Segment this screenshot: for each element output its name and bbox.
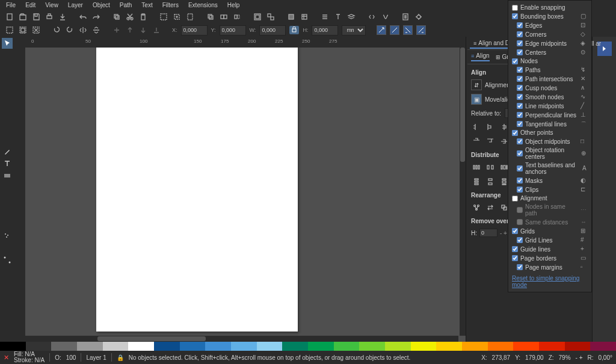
swatch[interactable] xyxy=(231,342,257,351)
swatch[interactable] xyxy=(385,342,411,351)
circle-tool[interactable] xyxy=(2,74,13,85)
spray-tool[interactable] xyxy=(2,230,13,241)
swatch[interactable] xyxy=(205,342,231,351)
swatch[interactable] xyxy=(282,342,308,351)
raise-top-icon[interactable] xyxy=(112,25,122,35)
swatch[interactable] xyxy=(590,342,616,351)
save-icon[interactable] xyxy=(31,12,41,22)
lpe-tool[interactable] xyxy=(2,267,13,277)
swatch[interactable] xyxy=(334,342,360,351)
gradient-tool[interactable] xyxy=(2,170,13,181)
dropper-tool[interactable] xyxy=(2,194,13,205)
snap-cusp[interactable]: Cusp nodes∧ xyxy=(512,84,588,91)
scale-corners-icon[interactable] xyxy=(390,25,399,35)
ruler-horizontal[interactable]: 0 50 100 150 175 200 225 250 275 xyxy=(25,37,466,48)
swatch[interactable] xyxy=(26,342,52,351)
snap-pagemargins[interactable]: Page margins▫ xyxy=(512,264,588,271)
layer-indicator[interactable]: Layer 1 xyxy=(86,354,106,361)
dist-hcenter-icon[interactable] xyxy=(485,162,496,173)
w-input[interactable] xyxy=(259,25,286,35)
raise-icon[interactable] xyxy=(125,25,135,35)
swatch[interactable] xyxy=(359,342,385,351)
scrollbar-horizontal[interactable] xyxy=(25,336,458,342)
rotate-cw-icon[interactable] xyxy=(65,25,75,35)
swatch[interactable] xyxy=(513,342,539,351)
swatch[interactable] xyxy=(565,342,591,351)
snap-perp[interactable]: Perpendicular lines⊥ xyxy=(512,111,588,119)
flip-v-icon[interactable] xyxy=(91,25,101,35)
align-top-out-icon[interactable] xyxy=(471,136,482,147)
snap-nodes[interactable]: Nodes xyxy=(512,58,588,64)
overlap-h-input[interactable] xyxy=(479,229,497,237)
bezier-tool[interactable] xyxy=(2,122,13,133)
swatch[interactable] xyxy=(0,342,26,351)
snap-bounding[interactable]: Bounding boxes▢ xyxy=(512,13,588,20)
text-tool[interactable] xyxy=(2,158,13,169)
redo-icon[interactable] xyxy=(91,12,101,22)
snap-gridlines[interactable]: Grid Lines# xyxy=(512,236,588,244)
swatch[interactable] xyxy=(103,342,129,351)
swatch[interactable] xyxy=(154,342,180,351)
scrollbar-vertical[interactable] xyxy=(460,48,466,336)
align-left-out-icon[interactable] xyxy=(471,122,482,132)
doc-props-icon[interactable] xyxy=(401,12,410,22)
swatch[interactable] xyxy=(539,342,565,351)
swatch[interactable] xyxy=(128,342,154,351)
xml-icon[interactable] xyxy=(367,12,377,22)
ruler-vertical[interactable] xyxy=(14,48,25,342)
new-file-icon[interactable] xyxy=(5,12,14,22)
lock-icon[interactable] xyxy=(289,26,299,34)
swatch[interactable] xyxy=(308,342,334,351)
swatch[interactable] xyxy=(462,342,488,351)
text-tool-icon[interactable] xyxy=(333,12,343,22)
calligraphy-tool[interactable] xyxy=(2,146,13,157)
opacity-value[interactable]: 100 xyxy=(66,354,76,361)
undo-icon[interactable] xyxy=(78,12,88,22)
menu-extensions[interactable]: Extensions xyxy=(187,2,219,8)
scale-stroke-icon[interactable] xyxy=(377,25,386,35)
pencil-tool[interactable] xyxy=(2,134,13,145)
snap-grids[interactable]: Grids⊞ xyxy=(512,227,588,235)
swatch[interactable] xyxy=(77,342,103,351)
snap-masks[interactable]: Masks◐ xyxy=(512,177,588,184)
swatch[interactable] xyxy=(488,342,514,351)
object-props-icon[interactable] xyxy=(300,12,309,22)
menu-path[interactable]: Path xyxy=(119,2,134,8)
align-left-icon[interactable] xyxy=(485,122,496,132)
selector-tool[interactable] xyxy=(2,38,13,49)
subtab-align[interactable]: ≡ Align xyxy=(471,52,490,61)
menu-view[interactable]: View xyxy=(44,2,60,8)
snap-pathint[interactable]: Path intersections✕ xyxy=(512,75,588,82)
ungroup-icon[interactable] xyxy=(266,12,276,22)
snap-linemid[interactable]: Line midpoints╱ xyxy=(512,102,588,110)
menu-text[interactable]: Text xyxy=(140,2,153,8)
snap-textbase[interactable]: Text baselines and anchorsA xyxy=(512,162,588,175)
zoom-tool[interactable] xyxy=(2,279,13,289)
zoom-page-icon[interactable] xyxy=(185,12,195,22)
select-all-icon[interactable] xyxy=(5,25,14,35)
snap-edges[interactable]: Edges⊡ xyxy=(512,22,588,29)
snap-objmid[interactable]: Object midpoints□ xyxy=(512,138,588,145)
snap-pageborders[interactable]: Page borders▭ xyxy=(512,254,588,262)
move-pattern-icon[interactable] xyxy=(416,25,426,35)
move-gradient-icon[interactable] xyxy=(403,25,413,35)
tweak-tool[interactable] xyxy=(2,218,13,229)
snap-paths[interactable]: Paths↯ xyxy=(512,66,588,73)
print-icon[interactable] xyxy=(45,12,54,22)
eraser-tool[interactable] xyxy=(2,242,13,253)
snap-smooth[interactable]: Smooth nodes∿ xyxy=(512,93,588,100)
flip-h-icon[interactable] xyxy=(78,25,88,35)
snap-other[interactable]: Other points xyxy=(512,129,588,136)
group-icon[interactable] xyxy=(253,12,262,22)
rect-tool[interactable] xyxy=(2,62,13,73)
h-input[interactable] xyxy=(312,25,338,35)
snap-guidelines[interactable]: Guide lines+ xyxy=(512,245,588,253)
y-input[interactable] xyxy=(220,25,246,35)
select-all-layers-icon[interactable] xyxy=(18,25,28,35)
selectors-icon[interactable] xyxy=(380,12,390,22)
swatch[interactable] xyxy=(51,342,77,351)
rotate-ccw-icon[interactable] xyxy=(52,25,61,35)
menu-help[interactable]: Help xyxy=(226,2,241,8)
bucket-tool[interactable] xyxy=(2,206,13,217)
color-palette[interactable] xyxy=(0,342,616,351)
